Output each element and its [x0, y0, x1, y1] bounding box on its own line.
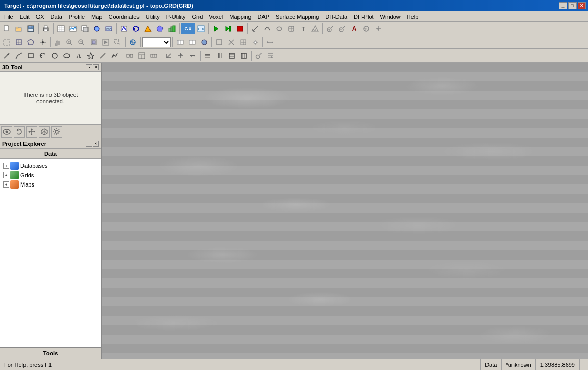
draw-d12[interactable]	[265, 50, 277, 61]
draw-arrow[interactable]	[1, 50, 12, 61]
tree-data-tab[interactable]: Data	[0, 149, 101, 159]
menu-mapping[interactable]: Mapping	[226, 13, 254, 21]
tree-item-maps[interactable]: + Maps	[1, 180, 100, 189]
draw-d6[interactable]	[187, 50, 198, 61]
tb-extra1[interactable]	[249, 23, 261, 34]
menu-dh-plot[interactable]: DH-Plot	[351, 13, 377, 21]
minimize-button[interactable]: _	[559, 2, 567, 9]
tb-extra4[interactable]	[285, 23, 297, 34]
print-button[interactable]	[40, 23, 52, 34]
maps-expander[interactable]: +	[3, 181, 9, 188]
button6[interactable]	[118, 23, 130, 34]
menu-profile[interactable]: Profile	[66, 13, 88, 21]
tb2-box-select[interactable]	[13, 36, 24, 48]
draw-d4[interactable]	[163, 50, 174, 61]
new-map-button[interactable]	[55, 23, 67, 34]
tb2-b6[interactable]	[237, 36, 249, 48]
menu-gx[interactable]: GX	[33, 13, 47, 21]
draw-d8[interactable]	[214, 50, 226, 61]
tb2-b3[interactable]	[198, 36, 210, 48]
draw-d9[interactable]	[226, 50, 237, 61]
tb-extra8[interactable]	[336, 23, 348, 34]
draw-d11[interactable]	[253, 50, 265, 61]
zoom-dropdown[interactable]	[142, 37, 171, 47]
gx-menu-button[interactable]: GX	[195, 23, 207, 34]
draw-rect[interactable]	[25, 50, 36, 61]
tb2-hand[interactable]	[52, 36, 64, 48]
tb2-fit-all[interactable]	[100, 36, 111, 48]
draw-line[interactable]	[97, 50, 108, 61]
menu-dap[interactable]: DAP	[254, 13, 272, 21]
open-map-button[interactable]	[67, 23, 79, 34]
canvas-area[interactable]	[102, 63, 588, 359]
draw-undo[interactable]	[37, 50, 48, 61]
tb2-zoom-in[interactable]	[64, 36, 76, 48]
tb-extra3[interactable]	[273, 23, 285, 34]
tb2-b7[interactable]	[249, 36, 261, 48]
draw-d3[interactable]	[148, 50, 159, 61]
tree-item-databases[interactable]: + Databases	[1, 161, 100, 170]
tb-extra9[interactable]: %	[360, 23, 372, 34]
tree-item-grids[interactable]: + Grids	[1, 170, 100, 180]
open-button[interactable]	[13, 23, 24, 34]
tb2-point[interactable]	[37, 36, 48, 48]
menu-window[interactable]: Window	[377, 13, 404, 21]
draw-d1[interactable]	[124, 50, 135, 61]
save-button[interactable]	[25, 23, 36, 34]
menu-p-utility[interactable]: P-Utility	[163, 13, 189, 21]
menu-utility[interactable]: Utility	[143, 13, 163, 21]
tb2-b1[interactable]	[174, 36, 186, 48]
panel-3d-settings[interactable]	[51, 126, 62, 138]
tb-extra6[interactable]: A	[309, 23, 321, 34]
run-button[interactable]	[210, 23, 222, 34]
tb2-b2[interactable]	[186, 36, 198, 48]
draw-polyline[interactable]	[109, 50, 120, 61]
project-explorer-close[interactable]: ×	[93, 141, 99, 147]
button7[interactable]	[130, 23, 142, 34]
button10[interactable]	[166, 23, 178, 34]
draw-ellipse[interactable]	[61, 50, 72, 61]
button4[interactable]	[91, 23, 103, 34]
tb2-select[interactable]	[1, 36, 12, 48]
tb-extra7[interactable]	[324, 23, 336, 34]
tb-extra5[interactable]: T	[297, 23, 309, 34]
menu-surface-mapping[interactable]: Surface Mapping	[272, 13, 322, 21]
tb-extra2[interactable]	[261, 23, 273, 34]
maximize-button[interactable]: □	[568, 2, 577, 9]
draw-d7[interactable]	[202, 50, 214, 61]
draw-circle[interactable]	[49, 50, 60, 61]
run-step-button[interactable]	[222, 23, 234, 34]
draw-text[interactable]: A	[73, 50, 84, 61]
new-button[interactable]	[1, 23, 12, 34]
panel-3d-pin[interactable]: -	[86, 64, 92, 70]
databases-expander[interactable]: +	[3, 163, 9, 169]
tb2-fit[interactable]	[88, 36, 99, 48]
panel-3d-rotate[interactable]	[14, 126, 25, 138]
button5[interactable]: img	[103, 23, 115, 34]
grids-expander[interactable]: +	[3, 172, 9, 178]
panel-3d-eye[interactable]	[1, 126, 12, 138]
menu-dh-data[interactable]: DH-Data	[322, 13, 351, 21]
menu-coordinates[interactable]: Coordinates	[105, 13, 142, 21]
panel-3d-move[interactable]	[26, 126, 37, 138]
tb2-b8[interactable]	[265, 36, 276, 48]
draw-d2[interactable]	[136, 50, 147, 61]
menu-data[interactable]: Data	[47, 13, 66, 21]
menu-help[interactable]: Help	[404, 13, 422, 21]
button9[interactable]	[154, 23, 166, 34]
menu-edit[interactable]: Edit	[17, 13, 33, 21]
tb2-browse[interactable]	[127, 36, 139, 48]
tb2-b5[interactable]	[226, 36, 237, 48]
tb-extra10[interactable]	[372, 23, 384, 34]
menu-map[interactable]: Map	[88, 13, 105, 21]
button8[interactable]	[142, 23, 154, 34]
stop-button[interactable]	[234, 23, 246, 34]
menu-file[interactable]: File	[1, 13, 17, 21]
panel-3d-close[interactable]: ×	[93, 64, 99, 70]
project-explorer-pin[interactable]: -	[86, 141, 92, 147]
tb2-zoom-rect[interactable]: +	[112, 36, 123, 48]
tb2-polygon[interactable]	[25, 36, 36, 48]
button3[interactable]	[79, 23, 91, 34]
close-button[interactable]: ✕	[578, 2, 586, 9]
panel-3d-cube[interactable]	[39, 126, 50, 138]
